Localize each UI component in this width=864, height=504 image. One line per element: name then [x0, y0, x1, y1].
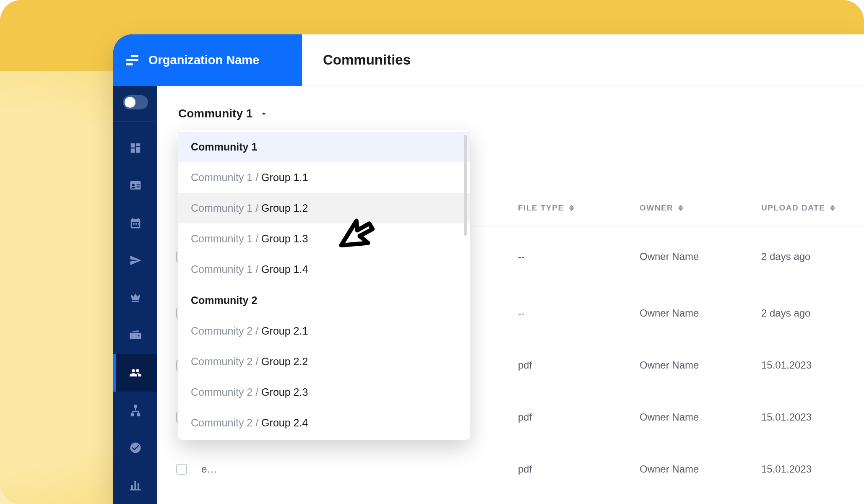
- sidebar-item-premium[interactable]: [113, 279, 157, 317]
- row-owner: Owner Name: [640, 307, 761, 319]
- row-file-type: pdf: [518, 463, 640, 475]
- dashboard-icon: [129, 142, 142, 154]
- dropdown-option-group: Group 2.4: [261, 417, 308, 429]
- header-title-area: Communities: [302, 34, 864, 86]
- id-card-icon: [129, 179, 142, 192]
- dropdown-option-group: Group 1.4: [261, 263, 308, 275]
- sidebar-item-org[interactable]: [113, 392, 157, 429]
- row-owner: Owner Name: [640, 463, 761, 475]
- dropdown-option-prefix: Community 1 /: [191, 171, 261, 183]
- row-upload-date: 15.01.2023: [761, 359, 864, 371]
- column-header-file-type[interactable]: FILE TYPE: [518, 203, 640, 213]
- sidebar-item-analytics[interactable]: [113, 467, 157, 504]
- dropdown-option-prefix: Community 1 /: [191, 202, 261, 214]
- dropdown-option-group: Group 1.2: [261, 202, 308, 214]
- sidebar-item-wallet[interactable]: [113, 317, 157, 354]
- row-file-type: --: [518, 307, 640, 319]
- sidebar-item-send[interactable]: [113, 242, 157, 279]
- dropdown-option-prefix: Community 2 /: [191, 417, 261, 429]
- sort-icon: [569, 205, 574, 211]
- row-owner: Owner Name: [640, 411, 761, 423]
- sidebar-item-communities[interactable]: [113, 354, 157, 391]
- chart-icon: [129, 479, 142, 491]
- dropdown-selected-label: Community 1: [178, 107, 252, 120]
- send-icon: [129, 254, 142, 267]
- dropdown-option-group: Group 1.1: [261, 171, 308, 183]
- crown-icon: [129, 291, 142, 304]
- dropdown-option[interactable]: Community 2: [178, 285, 470, 316]
- svg-rect-1: [131, 413, 133, 416]
- community-dropdown-trigger[interactable]: Community 1: [178, 107, 864, 120]
- column-header-owner[interactable]: OWNER: [640, 203, 761, 213]
- row-file-type: pdf: [518, 359, 640, 371]
- row-file-type: pdf: [518, 411, 640, 423]
- dropdown-option-prefix: Community 1 /: [191, 233, 261, 244]
- sidebar-item-calendar[interactable]: [113, 204, 157, 242]
- page-title: Communities: [323, 52, 411, 68]
- row-upload-date: 2 days ago: [761, 251, 864, 262]
- dropdown-option[interactable]: Community 1 / Group 1.4: [178, 254, 470, 285]
- dropdown-option[interactable]: Community 2 / Group 2.2: [178, 346, 470, 377]
- row-name: e…: [201, 463, 518, 475]
- dropdown-option[interactable]: Community 2 / Group 2.1: [178, 316, 470, 346]
- dropdown-option[interactable]: Community 1: [178, 132, 470, 162]
- dropdown-option[interactable]: Community 2 / Group 2.4: [178, 408, 470, 438]
- sidebar-item-dashboard[interactable]: [113, 129, 157, 166]
- sort-icon: [830, 205, 835, 211]
- dropdown-option-group: Group 1.3: [261, 233, 308, 244]
- dropdown-scrollbar[interactable]: [464, 135, 467, 236]
- pointer-cursor-icon: [333, 211, 384, 261]
- svg-rect-0: [134, 405, 136, 407]
- table-row[interactable]: pdfOwner Name15.01.2023: [176, 495, 864, 504]
- toggle-knob: [125, 97, 135, 108]
- dropdown-option-prefix: Community 2 /: [191, 386, 261, 398]
- dropdown-option[interactable]: Community 2 / Group 2.3: [178, 377, 470, 408]
- wallet-icon: [129, 329, 142, 342]
- sidebar-item-approvals[interactable]: [113, 429, 157, 466]
- org-name: Organization Name: [148, 53, 259, 67]
- dropdown-option-prefix: Community 2 /: [191, 356, 261, 367]
- logo-icon: [126, 54, 138, 67]
- row-owner: Owner Name: [640, 359, 761, 371]
- svg-rect-2: [138, 413, 140, 416]
- dropdown-option[interactable]: Community 1 / Group 1.2: [178, 193, 470, 223]
- row-upload-date: 15.01.2023: [761, 411, 864, 423]
- dropdown-option-group: Group 2.2: [261, 356, 308, 367]
- people-icon: [129, 366, 142, 379]
- header-bar: Organization Name Communities: [113, 34, 864, 86]
- sidebar: [113, 34, 157, 504]
- app-window: Organization Name Communities: [113, 34, 864, 504]
- dropdown-option[interactable]: Community 1 / Group 1.1: [178, 162, 470, 193]
- sidebar-item-contacts[interactable]: [113, 166, 157, 204]
- community-dropdown-panel: Community 1Community 1 / Group 1.1Commun…: [178, 130, 470, 440]
- dropdown-option-prefix: Community 2 /: [191, 325, 261, 337]
- row-checkbox[interactable]: [176, 464, 187, 475]
- row-file-type: --: [518, 251, 640, 262]
- table-row[interactable]: e…pdfOwner Name15.01.2023: [176, 443, 864, 495]
- sidebar-divider: [113, 121, 157, 122]
- header-brand: Organization Name: [113, 34, 302, 86]
- sort-icon: [678, 205, 683, 211]
- dropdown-option[interactable]: Community 1 / Group 1.3: [178, 223, 470, 254]
- row-upload-date: 15.01.2023: [761, 463, 864, 475]
- row-upload-date: 2 days ago: [761, 307, 864, 319]
- sidebar-toggle[interactable]: [123, 95, 148, 109]
- row-owner: Owner Name: [640, 251, 761, 262]
- check-circle-icon: [129, 442, 142, 454]
- dropdown-option-prefix: Community 1 /: [191, 263, 261, 275]
- org-tree-icon: [129, 404, 142, 417]
- calendar-icon: [129, 217, 142, 229]
- dropdown-option-group: Group 2.1: [261, 325, 308, 337]
- main-content: Community 1 Community 1Community 1 / Gro…: [157, 34, 864, 504]
- chevron-up-icon: [259, 109, 268, 118]
- dropdown-option-group: Group 2.3: [261, 386, 308, 398]
- column-header-upload-date[interactable]: UPLOAD DATE: [761, 203, 864, 213]
